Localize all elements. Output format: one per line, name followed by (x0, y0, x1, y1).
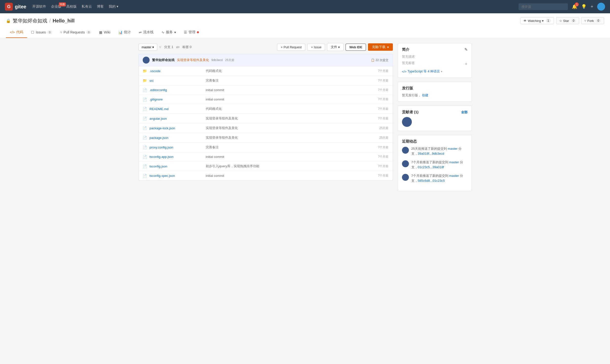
file-commit-msg: 代码格式化 (206, 107, 367, 111)
file-type-icon: 📄 (143, 164, 148, 168)
contributor-avatar (402, 117, 412, 127)
user-avatar[interactable] (597, 3, 605, 11)
activity-branch-link[interactable]: master (448, 147, 458, 150)
file-commit-msg: 实现登录等组件及美化 (206, 126, 367, 130)
file-time: 7个月前 (369, 88, 389, 92)
tab-code[interactable]: </> 代码 (6, 27, 27, 38)
clone-btn[interactable]: 克隆/下载 ▾ (368, 43, 393, 51)
file-name-link[interactable]: package.json (150, 136, 204, 140)
activity-avatar (402, 147, 409, 154)
logo[interactable]: G gitee (5, 3, 26, 11)
file-name-link[interactable]: src (150, 79, 204, 83)
file-commit-msg: 完善备注 (206, 78, 367, 83)
file-time: 7个月前 (369, 69, 389, 73)
contributor-title: 贡献者 (1) 全部 (402, 110, 468, 115)
file-type-icon: 📄 (143, 107, 148, 111)
file-name-link[interactable]: .gitignore (150, 98, 204, 101)
table-row: 📁 .vscode 代码格式化 7个月前 (139, 66, 393, 76)
table-row: 📄 proxy.config.json 完善备注 7个月前 (139, 143, 393, 152)
activity-avatar (402, 160, 409, 167)
table-row: 📄 tsconfig.json 初步引入jquery库，实现拖拽排序功能 7个月… (139, 162, 393, 171)
file-name-link[interactable]: tsconfig.spec.json (150, 174, 204, 178)
table-row: 📄 .editorconfig initial commit 7个月前 (139, 85, 393, 95)
star-button[interactable]: ☆ Star 0 (556, 17, 579, 24)
tab-pipeline[interactable]: ⇌ 流水线 (135, 27, 157, 38)
toolbar-right: + Pull Request + Issue 文件 ▾ Web IDE 克隆/下… (277, 43, 393, 51)
repo-owner-link[interactable]: 繁华如烬命如戏 (13, 17, 47, 24)
file-commit-msg: 实现登录等组件及美化 (206, 116, 367, 121)
tab-wiki[interactable]: ▦ Wiki (95, 27, 114, 38)
activity-branch-link[interactable]: master (449, 174, 459, 178)
tab-manage[interactable]: ☰ 管理 (180, 27, 203, 38)
activity-title: 近期动态 (402, 139, 468, 144)
activity-commit-link[interactable]: 585c6d8...01c23c5 (418, 179, 445, 182)
main-content: master ▾ ⑂ 分支 1 🏷 标签 0 + Pull Request + … (133, 38, 478, 200)
table-row: 📄 tsconfig.app.json initial commit 7个月前 (139, 152, 393, 162)
lang-info[interactable]: </> TypeScript 等 4 种语言 ▾ (402, 69, 468, 74)
fork-button[interactable]: ⑂ Fork 0 (581, 17, 604, 24)
file-name-link[interactable]: README.md (150, 107, 204, 111)
file-type-icon: 📁 (143, 69, 148, 73)
commit-count[interactable]: 📋 22 次提交 (371, 58, 389, 62)
file-type-icon: 📄 (143, 98, 148, 101)
commit-hash[interactable]: 9db3ecd (211, 58, 223, 62)
watching-count: 1 (546, 19, 551, 23)
activity-commit-link[interactable]: 01c23c5...39a018f (418, 165, 444, 169)
branch-selector[interactable]: master ▾ (139, 44, 157, 51)
file-name-link[interactable]: .vscode (150, 69, 204, 73)
file-name-link[interactable]: tsconfig.app.json (150, 155, 204, 159)
file-name-link[interactable]: .editorconfig (150, 88, 204, 92)
file-commit-msg: initial commit (206, 98, 367, 101)
activity-section: 近期动态 25天前推送了新的提交到 master 分支，39a018f...9d… (398, 135, 472, 191)
tab-pullrequests[interactable]: ⑂ Pull Requests 0 (56, 27, 95, 38)
release-none-text: 暂无发行版， (402, 93, 421, 97)
commit-avatar (143, 57, 150, 64)
file-type-icon: 📄 (143, 136, 148, 140)
intro-section: 简介 ✎ 暂无描述 暂无标签 + </> TypeScript 等 4 种语言 … (398, 43, 472, 78)
table-row: 📄 README.md 代码格式化 7个月前 (139, 104, 393, 114)
watching-button[interactable]: 👁 Watching ▾ 1 (520, 17, 554, 24)
top-nav: G gitee 开源软件 企业版 特惠 高校版 私有云 博客 我的 ▾ 🔔 1 … (0, 0, 610, 13)
manage-badge-dot (197, 31, 199, 33)
repo-tabs: </> 代码 ☐ Issues 0 ⑂ Pull Requests 0 ▦ Wi… (6, 27, 604, 38)
activity-commit-link[interactable]: 39a018f...9db3ecd (418, 152, 444, 155)
table-row: 📄 angular.json 实现登录等组件及美化 7个月前 (139, 114, 393, 123)
nav-link-private[interactable]: 私有云 (82, 4, 92, 9)
repo-actions: 👁 Watching ▾ 1 ☆ Star 0 ⑂ Fork 0 (520, 17, 604, 24)
pull-request-btn[interactable]: + Pull Request (277, 44, 305, 51)
file-type-icon: 📄 (143, 88, 148, 92)
edit-intro-btn[interactable]: ✎ (464, 47, 468, 52)
tab-services[interactable]: ∿ 服务 ▾ (157, 27, 180, 38)
plus-btn[interactable]: + (591, 4, 593, 9)
commit-message[interactable]: 实现登录等组件及美化 (177, 58, 209, 62)
file-table: 📁 .vscode 代码格式化 7个月前 📁 src 完善备注 7个月前 📄 .… (139, 66, 393, 181)
release-section: 发行版 暂无发行版， 创建 (398, 82, 472, 102)
nav-link-blog[interactable]: 博客 (97, 4, 104, 9)
issue-btn[interactable]: + Issue (307, 44, 325, 51)
nav-links: 开源软件 企业版 特惠 高校版 私有云 博客 我的 ▾ (32, 4, 513, 9)
webide-btn[interactable]: Web IDE (346, 44, 366, 51)
tab-issues[interactable]: ☐ Issues 0 (27, 27, 56, 38)
lightbulb-icon[interactable]: 💡 (581, 4, 587, 9)
nav-link-university[interactable]: 高校版 (66, 4, 77, 9)
nav-link-mine[interactable]: 我的 ▾ (109, 4, 118, 9)
release-create-link[interactable]: 创建 (422, 93, 428, 97)
activity-text: 25天前推送了新的提交到 master 分支，39a018f...9db3ecd (411, 146, 468, 156)
file-time: 7个月前 (369, 145, 389, 149)
activity-avatar (402, 174, 409, 181)
search-input[interactable] (519, 3, 568, 10)
notification-btn[interactable]: 🔔 1 (572, 4, 577, 9)
file-type-icon: 📄 (143, 126, 148, 130)
contributor-all-link[interactable]: 全部 (461, 110, 468, 115)
nav-link-enterprise[interactable]: 企业版 特惠 (51, 4, 61, 9)
table-row: 📄 tsconfig.spec.json initial commit 7个月前 (139, 171, 393, 180)
file-name-link[interactable]: angular.json (150, 117, 204, 120)
file-name-link[interactable]: tsconfig.json (150, 165, 204, 168)
file-name-link[interactable]: proxy.config.json (150, 146, 204, 149)
repo-toolbar: master ▾ ⑂ 分支 1 🏷 标签 0 + Pull Request + … (139, 43, 393, 51)
file-name-link[interactable]: package-lock.json (150, 126, 204, 130)
activity-branch-link[interactable]: master (449, 160, 459, 164)
tab-stats[interactable]: 📊 统计 (114, 27, 135, 38)
nav-link-opensource[interactable]: 开源软件 (32, 4, 46, 9)
file-btn[interactable]: 文件 ▾ (327, 43, 344, 51)
